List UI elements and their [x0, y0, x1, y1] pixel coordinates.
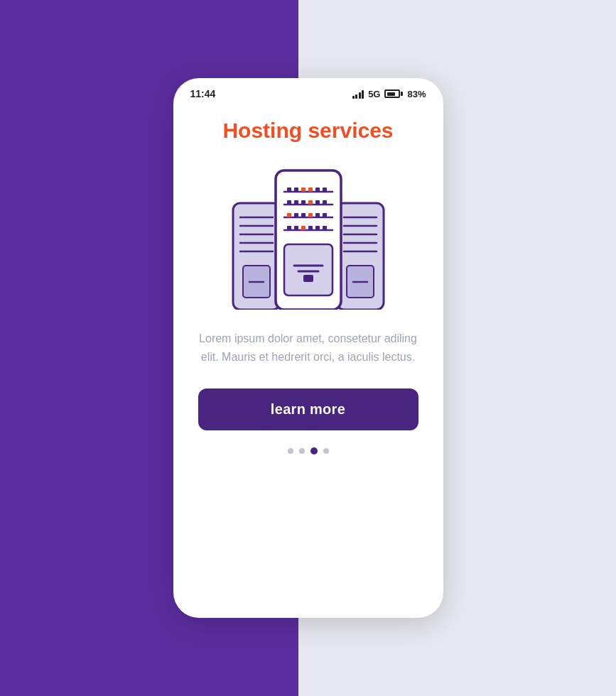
phone-frame: 11:44 5G 83% Hosting services: [173, 78, 443, 618]
svg-rect-28: [308, 200, 313, 205]
svg-rect-48: [303, 275, 313, 282]
dot-3-active[interactable]: [310, 447, 318, 455]
status-bar: 11:44 5G 83%: [173, 78, 443, 104]
page-title: Hosting services: [222, 118, 393, 143]
status-time: 11:44: [190, 88, 216, 99]
svg-rect-42: [308, 226, 313, 230]
svg-rect-39: [287, 226, 291, 230]
svg-rect-43: [315, 226, 320, 230]
network-label: 5G: [368, 89, 380, 99]
svg-rect-19: [294, 187, 298, 192]
status-icons: 5G 83%: [352, 89, 426, 99]
dot-1[interactable]: [288, 448, 293, 454]
svg-rect-45: [284, 244, 333, 295]
server-illustration: [230, 161, 387, 310]
svg-rect-25: [287, 200, 291, 205]
svg-rect-37: [323, 213, 327, 217]
svg-rect-26: [294, 200, 298, 205]
svg-rect-27: [301, 200, 306, 205]
svg-rect-44: [323, 226, 327, 230]
svg-rect-23: [323, 187, 327, 192]
svg-rect-34: [301, 213, 306, 217]
dot-2[interactable]: [299, 448, 305, 454]
svg-rect-22: [315, 187, 320, 192]
svg-rect-32: [287, 213, 291, 217]
signal-icon: [352, 89, 364, 99]
dot-4[interactable]: [323, 448, 329, 454]
svg-rect-30: [323, 200, 327, 205]
page-dots-indicator: [288, 447, 329, 455]
svg-rect-18: [287, 187, 291, 192]
svg-rect-35: [308, 213, 313, 217]
svg-rect-36: [315, 213, 320, 217]
battery-percent: 83%: [407, 89, 426, 99]
phone-content: Hosting services: [173, 104, 443, 618]
description-text: Lorem ipsum dolor amet, consetetur adili…: [193, 330, 423, 366]
svg-rect-20: [301, 187, 306, 192]
svg-rect-21: [308, 187, 313, 192]
svg-rect-29: [315, 200, 320, 205]
learn-more-button[interactable]: learn more: [198, 388, 418, 430]
battery-icon: [384, 89, 403, 98]
svg-rect-41: [301, 226, 306, 230]
svg-rect-40: [294, 226, 298, 230]
svg-rect-33: [294, 213, 298, 217]
